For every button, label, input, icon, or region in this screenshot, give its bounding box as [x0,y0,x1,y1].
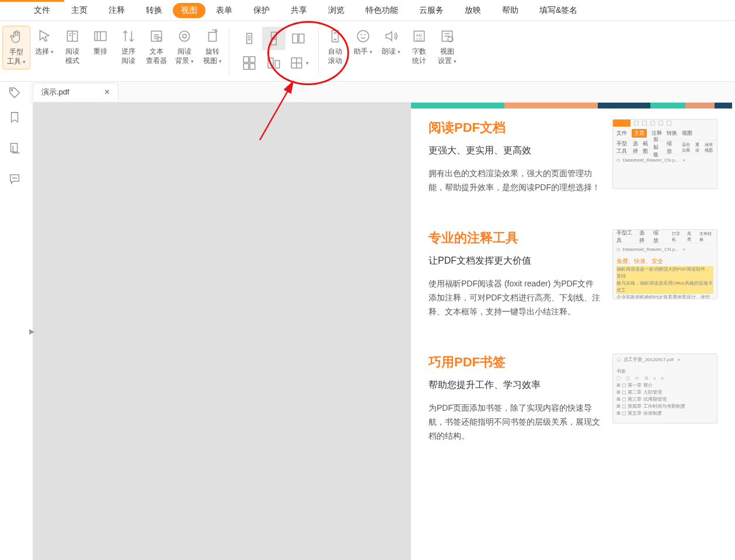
ribbon-wordcount-button[interactable]: AB123字数 统计 [405,26,433,68]
svg-point-37 [11,89,13,91]
ribbon-read-mode-button[interactable]: 阅读 模式 [58,26,86,69]
feature-body: 使用福昕PDF阅读器 (foxit reader) 为PDF文件添加注释，可对P… [429,276,601,318]
feature-thumbnail: 文件主页注释转换视图手型工具选择截图剪贴板缩放适合页面重排连续视图◇ Datas… [612,119,717,189]
svg-rect-16 [271,39,277,45]
tab-title: 演示.pdf [41,87,69,97]
single-icon [241,30,257,47]
feature-subtitle: 帮助您提升工作、学习效率 [429,379,601,391]
svg-rect-11 [247,33,252,43]
ribbon-speak-button[interactable]: 朗读 ▾ [377,26,405,68]
svg-rect-21 [243,64,249,69]
ribbon: 手型 工具 ▾选择 ▾阅读 模式重排逆序 阅读文本 查看器阅读 背景 ▾旋转 视… [0,21,735,82]
side-panel [0,103,29,560]
expand-handle-icon[interactable]: ▶ [29,327,34,335]
feature-subtitle: 更强大、更实用、更高效 [429,145,601,157]
feature-title: 巧用PDF书签 [429,354,601,371]
ribbon-reverse-button[interactable]: 逆序 阅读 [114,26,142,69]
cont-facing-icon [241,55,257,71]
pages-icon[interactable] [8,142,21,156]
svg-text:123: 123 [416,37,423,41]
svg-rect-19 [243,57,249,62]
menu-云服务[interactable]: 云服务 [409,0,454,21]
facing-icon [290,30,306,47]
ribbon-reflow-button[interactable]: 重排 [86,26,114,69]
svg-rect-23 [268,58,273,68]
menu-特色功能[interactable]: 特色功能 [355,0,409,21]
text-viewer-icon [148,28,165,44]
menu-bar: 文件主页注释转换视图表单保护共享浏览特色功能云服务放映帮助填写&签名 [0,0,735,21]
menu-注释[interactable]: 注释 [98,0,135,21]
layout-separate-button[interactable] [262,51,285,75]
ribbon-rotate-button[interactable]: 旋转 视图 ▾ [198,26,227,69]
menu-浏览[interactable]: 浏览 [318,0,355,21]
svg-rect-20 [250,57,255,62]
menu-保护[interactable]: 保护 [243,0,280,21]
feature-subtitle: 让PDF文档发挥更大价值 [429,255,601,267]
layout-cont-facing-button[interactable] [238,51,261,75]
feature-body: 为PDF页面添加书签，除了实现内容的快速导航，书签还能指明不同书签的层级关系，展… [429,401,601,443]
layout-cont-single-button[interactable] [262,27,285,50]
assistant-icon [355,28,371,44]
split-icon [288,55,305,71]
menu-共享[interactable]: 共享 [280,0,318,21]
menu-放映[interactable]: 放映 [454,0,492,21]
cont-single-icon [266,30,282,47]
document-tab[interactable]: 演示.pdf × [33,83,119,101]
feature-block: 专业的注释工具让PDF文档发挥更大价值使用福昕PDF阅读器 (foxit rea… [411,229,735,354]
ribbon-separator [318,28,319,75]
feature-title: 阅读PDF文档 [429,119,601,136]
menu-文件[interactable]: 文件 [23,0,61,21]
svg-point-41 [16,178,16,178]
layout-split-button[interactable]: ▾ [287,51,310,75]
comment-icon[interactable] [8,173,21,187]
menu-填写&签名[interactable]: 填写&签名 [529,0,588,21]
speak-icon [383,28,399,44]
layout-single-button[interactable] [238,27,261,50]
feature-block: 巧用PDF书签帮助您提升工作、学习效率为PDF页面添加书签，除了实现内容的快速导… [411,354,735,478]
read-mode-icon [64,28,81,44]
ribbon-assistant-button[interactable]: 助手 ▾ [349,26,377,68]
separate-icon [266,55,282,71]
ribbon-separator [229,28,229,75]
menu-视图[interactable]: 视图 [173,3,205,18]
svg-rect-38 [11,144,18,152]
feature-thumbnail: ◇ 员工手册_20120917.pdf ×书签▢ ◫ ⟳ ⊞ ᴀ A⊞ ▢ 第一… [612,354,717,424]
view-settings-icon [439,28,455,44]
tag-icon[interactable] [8,86,21,101]
read-bg-icon [176,28,193,44]
hand-icon [8,29,25,45]
rotate-icon [204,28,221,44]
bookmark-icon[interactable] [8,111,21,125]
ribbon-hand-button[interactable]: 手型 工具 ▾ [2,26,30,69]
menu-主页[interactable]: 主页 [61,0,98,21]
close-tab-icon[interactable]: × [104,87,110,97]
menu-帮助[interactable]: 帮助 [492,0,529,21]
feature-block: 阅读PDF文档更强大、更实用、更高效拥有出色的文档渲染效果，强大的页面管理功能，… [411,119,735,229]
ribbon-text-viewer-button[interactable]: 文本 查看器 [142,26,170,69]
svg-rect-18 [299,34,304,43]
page-layout-grid: ▾ [232,26,316,76]
feature-body: 拥有出色的文档渲染效果，强大的页面管理功能，帮助提升效率，是您阅读PDF的理想选… [429,166,601,194]
ribbon-select-button[interactable]: 选择 ▾ [30,26,58,69]
ribbon-autoscroll-button[interactable]: 自动 滚动 [321,26,349,68]
blank-page [33,103,406,560]
document-page: 阅读PDF文档更强大、更实用、更高效拥有出色的文档渲染效果，强大的页面管理功能，… [411,103,735,560]
svg-point-39 [13,178,13,178]
tab-bar: 演示.pdf × [29,82,735,103]
feature-title: 专业的注释工具 [429,229,601,247]
menu-转换[interactable]: 转换 [135,0,173,21]
svg-point-7 [158,37,162,41]
ribbon-view-settings-button[interactable]: 视图 设置 ▾ [433,26,461,68]
svg-point-40 [15,178,15,178]
page-surface[interactable]: ▶ 阅读PDF文档更强大、更实用、更高效拥有出色的文档渲染效果，强大的页面管理功… [33,103,735,560]
layout-facing-button[interactable] [287,27,310,50]
wordcount-icon: AB123 [411,28,427,44]
svg-rect-15 [271,32,277,38]
ribbon-read-bg-button[interactable]: 阅读 背景 ▾ [170,26,198,69]
reverse-icon [120,28,137,44]
color-strip [411,103,735,108]
select-icon [36,28,53,44]
svg-rect-17 [292,34,298,43]
menu-表单[interactable]: 表单 [205,0,243,21]
svg-point-8 [179,31,189,41]
